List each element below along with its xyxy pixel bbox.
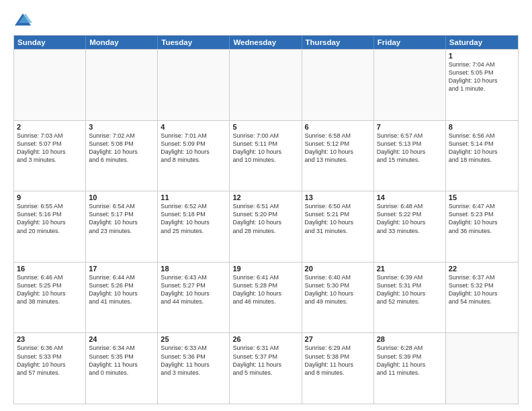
day-number: 14 (377, 193, 443, 201)
day-info: Sunrise: 6:29 AM Sunset: 5:38 PM Dayligh… (305, 345, 354, 375)
calendar-cell (446, 333, 518, 404)
day-info: Sunrise: 6:50 AM Sunset: 5:21 PM Dayligh… (305, 203, 354, 234)
calendar-cell: 23Sunrise: 6:36 AM Sunset: 5:33 PM Dayli… (14, 333, 86, 404)
calendar-cell: 5Sunrise: 7:00 AM Sunset: 5:11 PM Daylig… (230, 121, 302, 191)
page: SundayMondayTuesdayWednesdayThursdayFrid… (0, 0, 532, 411)
day-info: Sunrise: 6:36 AM Sunset: 5:33 PM Dayligh… (17, 345, 66, 375)
day-info: Sunrise: 7:03 AM Sunset: 5:07 PM Dayligh… (17, 132, 66, 163)
day-info: Sunrise: 7:00 AM Sunset: 5:11 PM Dayligh… (232, 132, 281, 163)
calendar-cell: 1Sunrise: 7:04 AM Sunset: 5:05 PM Daylig… (446, 50, 518, 120)
day-info: Sunrise: 6:37 AM Sunset: 5:32 PM Dayligh… (449, 274, 498, 305)
calendar-cell: 10Sunrise: 6:54 AM Sunset: 5:17 PM Dayli… (86, 191, 158, 262)
header (13, 11, 519, 30)
calendar-cell (302, 50, 374, 120)
day-info: Sunrise: 6:46 AM Sunset: 5:25 PM Dayligh… (17, 274, 66, 305)
day-number: 27 (305, 335, 371, 343)
logo (13, 11, 35, 30)
calendar-cell (158, 50, 230, 120)
calendar-cell: 24Sunrise: 6:34 AM Sunset: 5:35 PM Dayli… (86, 333, 158, 404)
calendar-cell (374, 50, 446, 120)
calendar-row: 16Sunrise: 6:46 AM Sunset: 5:25 PM Dayli… (14, 262, 518, 333)
day-number: 25 (161, 335, 226, 343)
weekday-header: Tuesday (158, 36, 230, 49)
calendar-cell (86, 50, 158, 120)
day-number: 23 (17, 335, 83, 343)
calendar-cell: 11Sunrise: 6:52 AM Sunset: 5:18 PM Dayli… (158, 191, 230, 262)
day-number: 21 (377, 265, 443, 273)
day-number: 8 (449, 123, 515, 131)
day-info: Sunrise: 6:41 AM Sunset: 5:28 PM Dayligh… (232, 274, 281, 305)
day-info: Sunrise: 6:43 AM Sunset: 5:27 PM Dayligh… (161, 274, 210, 305)
calendar-cell: 4Sunrise: 7:01 AM Sunset: 5:09 PM Daylig… (158, 121, 230, 191)
day-number: 1 (449, 52, 515, 60)
calendar-cell: 9Sunrise: 6:55 AM Sunset: 5:16 PM Daylig… (14, 191, 86, 262)
day-info: Sunrise: 6:33 AM Sunset: 5:36 PM Dayligh… (161, 345, 210, 375)
calendar-cell: 14Sunrise: 6:48 AM Sunset: 5:22 PM Dayli… (374, 191, 446, 262)
day-info: Sunrise: 6:52 AM Sunset: 5:18 PM Dayligh… (161, 203, 210, 234)
calendar-cell: 8Sunrise: 6:56 AM Sunset: 5:14 PM Daylig… (446, 121, 518, 191)
day-number: 26 (232, 335, 298, 343)
calendar-cell: 22Sunrise: 6:37 AM Sunset: 5:32 PM Dayli… (446, 263, 518, 333)
day-info: Sunrise: 7:01 AM Sunset: 5:09 PM Dayligh… (161, 132, 210, 163)
calendar-cell: 21Sunrise: 6:39 AM Sunset: 5:31 PM Dayli… (374, 263, 446, 333)
calendar-cell: 2Sunrise: 7:03 AM Sunset: 5:07 PM Daylig… (14, 121, 86, 191)
weekday-header: Saturday (446, 36, 518, 49)
day-number: 2 (17, 123, 83, 131)
day-number: 19 (232, 265, 298, 273)
calendar-body: 1Sunrise: 7:04 AM Sunset: 5:05 PM Daylig… (14, 49, 518, 404)
day-info: Sunrise: 6:40 AM Sunset: 5:30 PM Dayligh… (305, 274, 354, 305)
calendar-cell (14, 50, 86, 120)
calendar-cell: 28Sunrise: 6:28 AM Sunset: 5:39 PM Dayli… (374, 333, 446, 404)
day-number: 13 (305, 193, 371, 201)
day-info: Sunrise: 6:58 AM Sunset: 5:12 PM Dayligh… (305, 132, 354, 163)
day-number: 9 (17, 193, 83, 201)
day-number: 16 (17, 265, 83, 273)
calendar-cell: 15Sunrise: 6:47 AM Sunset: 5:23 PM Dayli… (446, 191, 518, 262)
day-info: Sunrise: 6:55 AM Sunset: 5:16 PM Dayligh… (17, 203, 66, 234)
calendar-cell: 7Sunrise: 6:57 AM Sunset: 5:13 PM Daylig… (374, 121, 446, 191)
calendar-cell: 17Sunrise: 6:44 AM Sunset: 5:26 PM Dayli… (86, 263, 158, 333)
day-info: Sunrise: 6:31 AM Sunset: 5:37 PM Dayligh… (232, 345, 281, 375)
calendar-cell: 20Sunrise: 6:40 AM Sunset: 5:30 PM Dayli… (302, 263, 374, 333)
logo-icon (13, 11, 32, 30)
day-number: 5 (232, 123, 298, 131)
calendar-row: 9Sunrise: 6:55 AM Sunset: 5:16 PM Daylig… (14, 191, 518, 262)
day-info: Sunrise: 6:39 AM Sunset: 5:31 PM Dayligh… (377, 274, 426, 305)
day-number: 7 (377, 123, 443, 131)
calendar-cell: 13Sunrise: 6:50 AM Sunset: 5:21 PM Dayli… (302, 191, 374, 262)
day-info: Sunrise: 6:28 AM Sunset: 5:39 PM Dayligh… (377, 345, 426, 375)
calendar-cell: 26Sunrise: 6:31 AM Sunset: 5:37 PM Dayli… (230, 333, 302, 404)
day-info: Sunrise: 6:44 AM Sunset: 5:26 PM Dayligh… (89, 274, 138, 305)
calendar-cell (230, 50, 302, 120)
calendar-row: 23Sunrise: 6:36 AM Sunset: 5:33 PM Dayli… (14, 332, 518, 404)
weekday-header: Sunday (14, 36, 86, 49)
weekday-header: Wednesday (230, 36, 302, 49)
day-number: 10 (89, 193, 154, 201)
calendar-header: SundayMondayTuesdayWednesdayThursdayFrid… (14, 36, 518, 49)
day-number: 3 (89, 123, 154, 131)
day-number: 20 (305, 265, 371, 273)
calendar-cell: 16Sunrise: 6:46 AM Sunset: 5:25 PM Dayli… (14, 263, 86, 333)
day-info: Sunrise: 6:34 AM Sunset: 5:35 PM Dayligh… (89, 345, 138, 375)
day-number: 4 (161, 123, 226, 131)
day-info: Sunrise: 7:04 AM Sunset: 5:05 PM Dayligh… (449, 61, 498, 92)
day-info: Sunrise: 6:56 AM Sunset: 5:14 PM Dayligh… (449, 132, 498, 163)
day-number: 18 (161, 265, 226, 273)
day-number: 6 (305, 123, 371, 131)
day-info: Sunrise: 6:57 AM Sunset: 5:13 PM Dayligh… (377, 132, 426, 163)
day-info: Sunrise: 6:47 AM Sunset: 5:23 PM Dayligh… (449, 203, 498, 234)
day-number: 17 (89, 265, 154, 273)
day-number: 28 (377, 335, 443, 343)
calendar-cell: 18Sunrise: 6:43 AM Sunset: 5:27 PM Dayli… (158, 263, 230, 333)
day-info: Sunrise: 6:54 AM Sunset: 5:17 PM Dayligh… (89, 203, 138, 234)
day-info: Sunrise: 6:51 AM Sunset: 5:20 PM Dayligh… (232, 203, 281, 234)
weekday-header: Thursday (302, 36, 374, 49)
weekday-header: Friday (374, 36, 446, 49)
calendar-cell: 12Sunrise: 6:51 AM Sunset: 5:20 PM Dayli… (230, 191, 302, 262)
calendar-row: 2Sunrise: 7:03 AM Sunset: 5:07 PM Daylig… (14, 120, 518, 191)
day-info: Sunrise: 6:48 AM Sunset: 5:22 PM Dayligh… (377, 203, 426, 234)
calendar-cell: 3Sunrise: 7:02 AM Sunset: 5:08 PM Daylig… (86, 121, 158, 191)
calendar: SundayMondayTuesdayWednesdayThursdayFrid… (13, 35, 519, 404)
day-info: Sunrise: 7:02 AM Sunset: 5:08 PM Dayligh… (89, 132, 138, 163)
day-number: 24 (89, 335, 154, 343)
